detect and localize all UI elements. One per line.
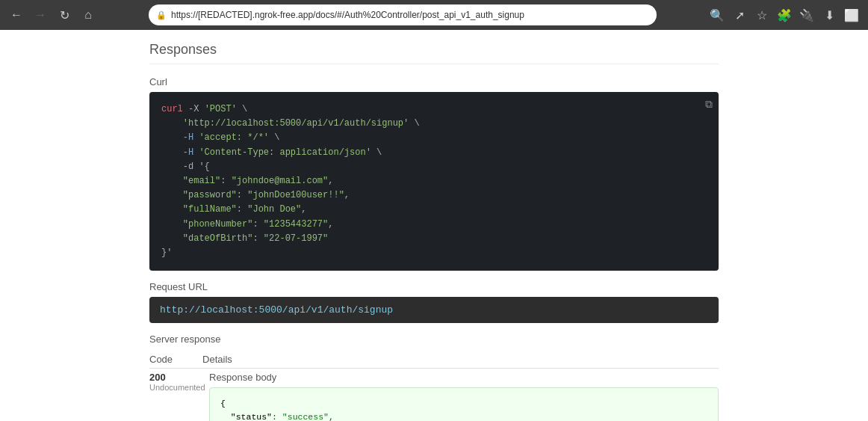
address-bar[interactable]: 🔒 https://[REDACTED].ngrok-free.app/docs… [149, 4, 657, 25]
response-body-label: Response body [209, 372, 719, 383]
response-code-col: 200 Undocumented [149, 372, 209, 392]
response-code-sub: Undocumented [149, 383, 209, 392]
reload-button[interactable]: ↻ [55, 6, 73, 24]
back-button[interactable]: ← [7, 6, 25, 24]
col-header-code: Code [149, 354, 173, 365]
address-text: https://[REDACTED].ngrok-free.app/docs/#… [171, 10, 649, 20]
page-content: Responses Curl curl -X 'POST' \ 'http://… [0, 30, 868, 421]
bookmark-icon[interactable]: ☆ [753, 6, 771, 24]
forward-button[interactable]: → [31, 6, 49, 24]
col-header-details: Details [202, 354, 232, 365]
lock-icon: 🔒 [156, 10, 167, 20]
curl-copy-button[interactable]: ⧉ [705, 98, 713, 111]
request-url-label: Request URL [149, 281, 719, 292]
share-icon[interactable]: ➚ [731, 6, 748, 24]
curl-label: Curl [149, 76, 719, 87]
response-code-num: 200 [149, 372, 209, 383]
browser-actions: 🔍 ➚ ☆ 🧩 🔌 ⬇ ⬜ [708, 6, 861, 24]
response-table-header: Code Details [149, 351, 719, 369]
browser-chrome: ← → ↻ ⌂ 🔒 https://[REDACTED].ngrok-free.… [0, 0, 868, 30]
extensions-icon[interactable]: 🧩 [775, 6, 793, 24]
fullscreen-icon[interactable]: ⬜ [843, 6, 861, 24]
response-body-code: { "status": "success", "message": "User … [209, 387, 719, 421]
curl-code-block: curl -X 'POST' \ 'http://localhost:5000/… [149, 92, 719, 271]
search-icon[interactable]: 🔍 [708, 6, 726, 24]
response-body-section: Response body { "status": "success", "me… [209, 372, 719, 421]
request-url-box: http://localhost:5000/api/v1/auth/signup [149, 297, 719, 323]
puzzle-icon[interactable]: 🔌 [798, 6, 816, 24]
responses-title: Responses [149, 42, 719, 64]
download-icon[interactable]: ⬇ [820, 6, 838, 24]
home-button[interactable]: ⌂ [79, 6, 97, 24]
server-response-label: Server response [149, 334, 719, 345]
response-row: 200 Undocumented Response body { "status… [149, 372, 719, 421]
